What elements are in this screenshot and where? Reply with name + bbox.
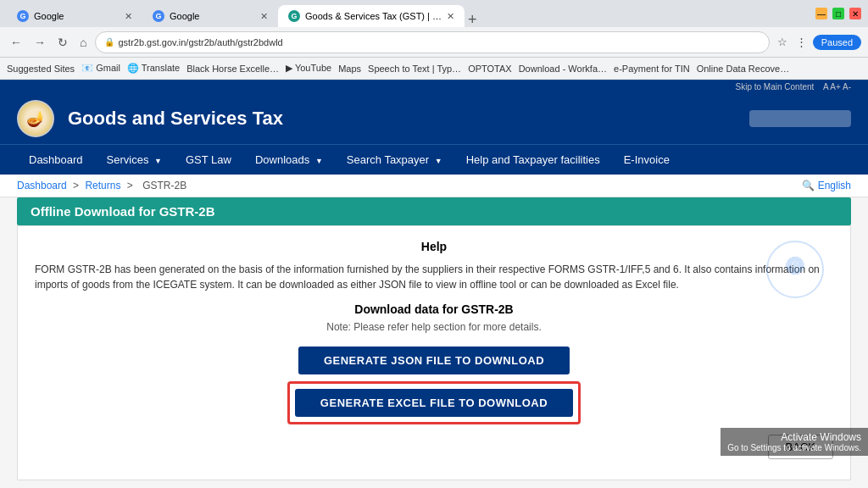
language-selector[interactable]: 🔍 English xyxy=(802,180,851,191)
new-tab-button[interactable]: + xyxy=(468,12,477,27)
font-size-small[interactable]: A xyxy=(823,82,828,92)
activate-main-text: Activate Windows xyxy=(727,431,861,443)
download-note: Note: Please refer help section for more… xyxy=(35,321,833,333)
user-profile-button[interactable]: Paused xyxy=(813,35,861,50)
tab-label-3: Goods & Services Tax (GST) | GS… xyxy=(305,11,442,21)
bookmark-maps[interactable]: Maps xyxy=(338,64,361,74)
bookmark-youtube[interactable]: ▶ YouTube xyxy=(286,63,331,74)
activate-windows-overlay: Activate Windows Go to Settings to activ… xyxy=(721,428,868,456)
tab-close-3[interactable]: ✕ xyxy=(447,11,454,22)
bookmark-translate[interactable]: 🌐 Translate xyxy=(127,63,180,74)
nav-gst-law[interactable]: GST Law xyxy=(174,145,243,175)
excel-button-highlight: GENERATE EXCEL FILE TO DOWNLOAD xyxy=(287,381,581,424)
nav-downloads[interactable]: Downloads ▼ xyxy=(243,145,335,175)
section-header: Offline Download for GSTR-2B xyxy=(17,197,851,225)
tab-google-2[interactable]: G Google ✕ xyxy=(142,5,278,27)
generate-json-button[interactable]: GENERATE JSON FILE TO DOWNLOAD xyxy=(298,347,570,374)
bookmark-speech[interactable]: Speech to Text | Typ… xyxy=(368,64,461,74)
settings-button[interactable]: ⋮ xyxy=(793,33,810,51)
breadcrumb-gstr2b: GSTR-2B xyxy=(142,180,186,191)
tab-google-1[interactable]: G Google ✕ xyxy=(7,5,142,27)
help-text: FORM GSTR-2B has been generated on the b… xyxy=(35,262,833,292)
url-input[interactable]: 🔒 gstr2b.gst.gov.in/gstr2b/auth/gstr2bdw… xyxy=(95,31,769,53)
forward-nav-button[interactable]: → xyxy=(31,32,49,53)
bookmark-star-button[interactable]: ☆ xyxy=(775,33,790,51)
reload-button[interactable]: ↻ xyxy=(54,32,71,53)
window-controls: — □ ✕ xyxy=(815,8,861,19)
close-window-button[interactable]: ✕ xyxy=(849,8,861,19)
bookmark-download[interactable]: Download - Workfa… xyxy=(519,64,607,74)
bookmark-blackhorse[interactable]: Black Horse Excelle… xyxy=(186,64,279,74)
font-size-large[interactable]: A- xyxy=(843,82,851,92)
home-button[interactable]: ⌂ xyxy=(76,32,90,53)
header-right xyxy=(749,110,851,127)
breadcrumb-bar: Dashboard > Returns > GSTR-2B 🔍 English xyxy=(0,175,868,197)
bookmarks-bar: Suggested Sites 📧 Gmail 🌐 Translate Blac… xyxy=(0,58,868,80)
tab-close-1[interactable]: ✕ xyxy=(125,11,132,22)
browser-action-buttons: ☆ ⋮ Paused xyxy=(775,33,861,51)
user-info-blurred xyxy=(749,110,851,127)
logo-emblem: 🪔 xyxy=(19,102,53,136)
button-row: GENERATE JSON FILE TO DOWNLOAD GENERATE … xyxy=(35,347,833,424)
search-taxpayer-arrow: ▼ xyxy=(435,157,442,165)
tab-label-1: Google xyxy=(34,11,120,21)
address-bar: ← → ↻ ⌂ 🔒 gstr2b.gst.gov.in/gstr2b/auth/… xyxy=(0,27,868,58)
nav-services[interactable]: Services ▼ xyxy=(95,145,174,175)
downloads-arrow: ▼ xyxy=(315,157,323,165)
generate-excel-button[interactable]: GENERATE EXCEL FILE TO DOWNLOAD xyxy=(295,389,573,417)
download-title: Download data for GSTR-2B xyxy=(35,302,833,316)
nav-help[interactable]: Help and Taxpayer facilities xyxy=(454,145,612,175)
skip-main-content[interactable]: Skip to Main Content xyxy=(736,82,815,92)
services-arrow: ▼ xyxy=(154,157,162,165)
breadcrumb-returns[interactable]: Returns xyxy=(85,180,120,191)
tab-label-2: Google xyxy=(170,11,255,21)
tab-favicon-3: G xyxy=(288,10,300,22)
breadcrumb: Dashboard > Returns > GSTR-2B xyxy=(17,180,190,191)
util-bar: Skip to Main Content A A+ A- xyxy=(0,80,868,93)
gst-header: 🪔 Goods and Services Tax xyxy=(0,93,868,144)
tab-favicon-1: G xyxy=(17,10,29,22)
breadcrumb-dashboard[interactable]: Dashboard xyxy=(17,180,67,191)
nav-search-taxpayer[interactable]: Search Taxpayer ▼ xyxy=(335,145,454,175)
tab-close-2[interactable]: ✕ xyxy=(260,11,268,22)
gst-website: Skip to Main Content A A+ A- 🪔 Goods and… xyxy=(0,80,868,488)
bookmark-online-data[interactable]: Online Data Recove… xyxy=(697,64,789,74)
bookmark-epayment[interactable]: e-Payment for TIN xyxy=(614,64,690,74)
url-text: gstr2b.gst.gov.in/gstr2b/auth/gstr2bdwld xyxy=(118,37,282,47)
tab-favicon-2: G xyxy=(153,10,164,22)
breadcrumb-sep-1: > xyxy=(73,180,81,191)
bookmark-gmail[interactable]: 📧 Gmail xyxy=(81,63,120,74)
bookmark-suggested[interactable]: Suggested Sites xyxy=(7,64,75,74)
back-nav-button[interactable]: ← xyxy=(7,32,25,53)
nav-einvoice[interactable]: E-Invoice xyxy=(612,145,682,175)
back-row: BACK xyxy=(35,435,833,466)
maximize-button[interactable]: □ xyxy=(832,8,844,19)
gst-site-title: Goods and Services Tax xyxy=(68,108,283,130)
activate-sub-text: Go to Settings to activate Windows. xyxy=(727,443,861,452)
gst-logo: 🪔 xyxy=(17,100,54,137)
breadcrumb-sep-2: > xyxy=(127,180,136,191)
tab-gst[interactable]: G Goods & Services Tax (GST) | GS… ✕ xyxy=(278,5,465,27)
bookmark-optotax[interactable]: OPTOTAX xyxy=(468,64,512,74)
help-title: Help xyxy=(35,240,833,253)
lock-icon: 🔒 xyxy=(104,37,114,47)
minimize-button[interactable]: — xyxy=(815,8,827,19)
font-size-medium[interactable]: A+ xyxy=(830,82,841,92)
nav-dashboard[interactable]: Dashboard xyxy=(17,145,95,175)
main-nav: Dashboard Services ▼ GST Law Downloads ▼… xyxy=(0,144,868,175)
